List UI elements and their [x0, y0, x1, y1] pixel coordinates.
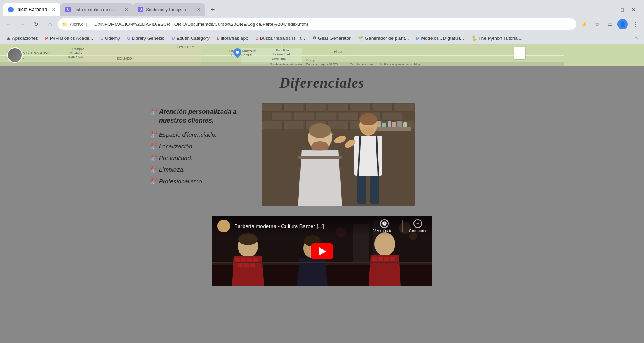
svg-rect-40: [262, 121, 282, 129]
svg-point-25: [236, 51, 239, 54]
tab-simbolos-emojis[interactable]: U Símbolos y Emojis para Instagrar... ✕: [133, 3, 205, 16]
bookmark-gear-label: Gear Generator: [318, 36, 351, 41]
close-button[interactable]: ✕: [630, 7, 638, 13]
diff-item-3: ✂️ Puntualidad.: [149, 154, 246, 162]
profile-button[interactable]: 👤: [617, 19, 628, 29]
modelos-favicon: M: [416, 36, 419, 41]
secure-icon: 📁: [62, 22, 68, 27]
svg-rect-80: [253, 258, 258, 262]
youtube-channel-icon: [217, 220, 230, 232]
bookmark-modelos-label: Modelos 3D gratuit...: [421, 36, 464, 41]
diff-emoji-0: ✂️: [149, 107, 157, 116]
diff-item-0: ✂️ Atención personalizada a nuestros cli…: [149, 107, 246, 125]
share-icon: ↪: [413, 219, 422, 228]
bookmark-star-icon[interactable]: ☆: [592, 19, 602, 29]
diff-emoji-2: ✂️: [149, 142, 157, 150]
gear-favicon: ⚙: [312, 35, 316, 41]
youtube-title: Barbería moderna - Cultura Barber [...]: [234, 223, 369, 229]
map-strip: AN BERNARDINO XVI Parque Dindalito Bella…: [0, 44, 644, 66]
bookmark-aplicaciones[interactable]: ⊞ Aplicaciones: [3, 35, 41, 42]
svg-text:AN BERNARDINO: AN BERNARDINO: [20, 51, 50, 55]
tab-emojis-lista[interactable]: U Lista completa de emojis para A... ✕: [60, 3, 133, 16]
youtube-play-button-container: [311, 243, 333, 259]
tab1-label: Inicio Barbería: [16, 7, 47, 12]
aplicaciones-icon: ⊞: [6, 35, 10, 41]
bookmark-python-label: The Python Tutorial...: [479, 36, 522, 41]
youtube-watch-later-button[interactable]: 🕐 Ver más ta...: [373, 219, 396, 233]
bookmarks-more[interactable]: »: [632, 35, 641, 41]
youtube-embed[interactable]: Barbería moderna - Cultura Barber [...] …: [212, 216, 432, 286]
extensions-icon[interactable]: ⚡: [579, 19, 589, 29]
edutin-favicon: U: [171, 36, 175, 41]
bookmarks-bar: ⊞ Aplicaciones P P4H Bionics Acade... U …: [0, 32, 644, 44]
watch-later-label: Ver más ta...: [373, 229, 396, 233]
bookmark-edutin[interactable]: U Edutin Category: [168, 35, 213, 41]
play-triangle-icon: [319, 247, 326, 255]
svg-text:KENNEDY: KENNEDY: [117, 56, 134, 60]
bookmark-litofanias[interactable]: L litofanias app: [214, 35, 252, 41]
youtube-share-button[interactable]: ↪ Compartir: [409, 219, 427, 233]
main-section: Diferenciales ✂️ Atención personalizada …: [0, 66, 644, 294]
map-avatar: [7, 47, 23, 63]
address-input[interactable]: [89, 18, 572, 30]
svg-rect-36: [316, 112, 336, 120]
tab1-close[interactable]: ✕: [52, 7, 56, 12]
svg-rect-64: [357, 176, 366, 204]
svg-rect-41: [284, 121, 304, 129]
svg-rect-82: [244, 263, 249, 267]
bookmark-library-genesis[interactable]: U Library Genesis: [124, 35, 168, 41]
diff-text-4: Limpieza.: [159, 165, 185, 174]
diff-text-1: Espacio diferenciado.: [159, 130, 217, 139]
minimize-button[interactable]: —: [607, 7, 615, 13]
bookmark-busca-trabajos[interactable]: B Busca trabajos IT - t...: [252, 35, 309, 41]
diff-item-4: ✂️ Limpieza.: [149, 165, 246, 174]
tablet-icon[interactable]: ▭: [605, 19, 615, 29]
tab-inicio-barberia[interactable]: Inicio Barbería ✕: [3, 3, 60, 16]
differentials-content: ✂️ Atención personalizada a nuestros cli…: [141, 103, 503, 206]
udemy-favicon: U: [100, 36, 103, 41]
svg-rect-91: [212, 262, 432, 263]
svg-point-55: [359, 113, 377, 125]
bookmark-udemy[interactable]: U Udemy: [97, 35, 123, 41]
maximize-button[interactable]: □: [618, 7, 626, 13]
bookmark-gear-generator[interactable]: ⚙ Gear Generator: [309, 35, 354, 41]
svg-rect-32: [372, 103, 392, 111]
tab-bar: Inicio Barbería ✕ U Lista completa de em…: [0, 0, 644, 16]
svg-text:Bella Vista: Bella Vista: [68, 55, 84, 59]
svg-text:Dindalito: Dindalito: [70, 51, 83, 55]
tab3-close[interactable]: ✕: [197, 7, 200, 12]
youtube-play-button[interactable]: [311, 243, 333, 259]
tab2-close[interactable]: ✕: [124, 7, 128, 12]
bookmark-library-genesis-label: Library Genesis: [132, 36, 165, 41]
busca-favicon: B: [256, 36, 258, 41]
bookmark-edutin-label: Edutin Category: [176, 36, 209, 41]
bookmark-generador-plant[interactable]: 🌱 Generador de plant...: [355, 35, 412, 42]
map-zoom-out-button[interactable]: −: [514, 47, 525, 59]
svg-text:Notificar un problema de Maps: Notificar un problema de Maps: [380, 62, 421, 66]
generador-favicon: 🌱: [358, 35, 363, 41]
youtube-actions: 🕐 Ver más ta... ↪ Compartir: [373, 219, 427, 233]
home-button[interactable]: ⌂: [44, 18, 56, 30]
svg-text:Pontificia: Pontificia: [276, 49, 289, 52]
back-button[interactable]: ←: [3, 18, 14, 30]
bookmark-generador-label: Generador de plant...: [365, 36, 409, 41]
svg-rect-49: [382, 123, 386, 127]
share-label: Compartir: [409, 229, 427, 233]
p4h-favicon: P: [45, 36, 48, 41]
bookmark-python[interactable]: 🐍 The Python Tutorial...: [468, 35, 526, 42]
python-favicon: 🐍: [471, 35, 477, 41]
svg-rect-31: [350, 103, 370, 111]
tab2-label: Lista completa de emojis para A...: [73, 7, 120, 12]
menu-button[interactable]: ⋮: [630, 19, 641, 29]
bookmark-modelos-3d[interactable]: M Modelos 3D gratuit...: [413, 35, 467, 41]
diff-item-5: ✂️ Profesionalismo.: [149, 177, 246, 185]
svg-rect-35: [294, 112, 314, 120]
diff-emoji-1: ✂️: [149, 130, 157, 139]
svg-rect-29: [306, 103, 326, 111]
forward-button[interactable]: →: [17, 18, 28, 30]
address-bar-row: ← → ↻ ⌂ 📁 Archivo | ⚡ ☆ ▭ 👤 ⋮: [0, 16, 644, 32]
new-tab-button[interactable]: +: [207, 4, 218, 15]
reload-button[interactable]: ↻: [31, 18, 42, 30]
bookmark-p4h[interactable]: P P4H Bionics Acade...: [42, 35, 97, 41]
svg-text:Términos de uso: Términos de uso: [350, 62, 373, 66]
